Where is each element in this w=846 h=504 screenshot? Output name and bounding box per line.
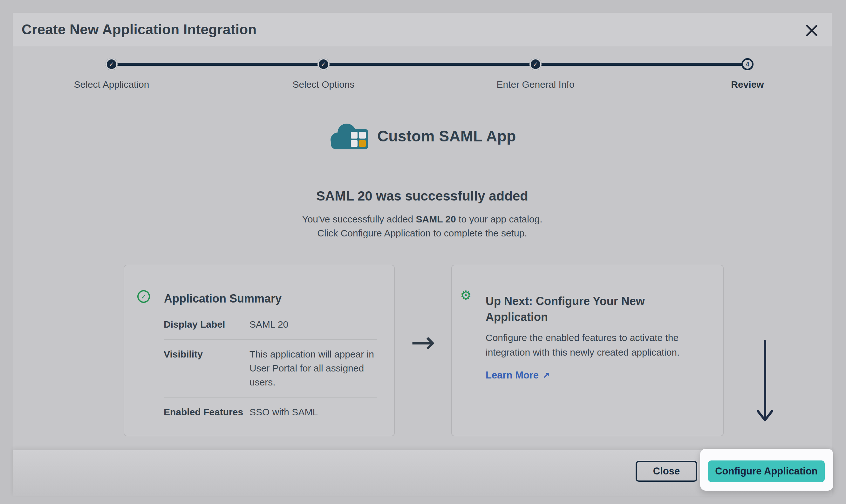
table-row: Display Label SAML 20 <box>164 310 377 339</box>
stepper-track <box>111 63 748 66</box>
step-complete-icon: ✓ <box>529 58 542 70</box>
summary-card-title: Application Summary <box>164 292 282 305</box>
external-link-icon: ↗ <box>542 371 550 380</box>
configure-application-button[interactable]: Configure Application <box>708 461 825 482</box>
step-current-icon: 4 <box>741 58 754 70</box>
row-label: Display Label <box>164 318 250 331</box>
check-glyph: ✓ <box>141 293 146 301</box>
step-label: Select Options <box>257 79 390 90</box>
row-value: This application will appear in User Por… <box>250 347 377 389</box>
check-icon: ✓ <box>533 60 538 68</box>
up-next-card-title: Up Next: Configure Your New Application <box>486 293 676 325</box>
down-arrow-annotation <box>754 340 776 432</box>
check-icon: ✓ <box>321 60 326 68</box>
check-circle-icon: ✓ <box>137 290 150 303</box>
app-logo-text: Custom SAML App <box>377 127 516 145</box>
table-row: Enabled Features SSO with SAML <box>164 397 377 427</box>
app-logo: Custom SAML App <box>13 121 832 151</box>
summary-rows: Display Label SAML 20 Visibility This ap… <box>164 310 377 427</box>
dialog-title: Create New Application Integration <box>22 22 257 37</box>
step-label: Review <box>681 79 814 90</box>
table-row: Visibility This application will appear … <box>164 339 377 397</box>
dialog-header: Create New Application Integration <box>13 13 832 47</box>
application-summary-card: ✓ Application Summary Display Label SAML… <box>124 265 395 436</box>
close-x-glyph <box>806 24 818 37</box>
check-icon: ✓ <box>109 60 114 68</box>
step-label: Select Application <box>45 79 178 90</box>
success-line2: Click Configure Application to complete … <box>317 228 527 238</box>
gear-icon: ⚙ <box>460 289 472 302</box>
cloud-app-icon <box>328 121 370 151</box>
step-number: 4 <box>745 61 749 68</box>
step-select-options[interactable]: ✓ Select Options <box>257 58 390 90</box>
success-line1-appname: SAML 20 <box>416 214 456 224</box>
step-select-application[interactable]: ✓ Select Application <box>45 58 178 90</box>
step-complete-icon: ✓ <box>106 58 118 70</box>
success-body: You've successfully added SAML 20 to you… <box>13 212 832 240</box>
step-complete-icon: ✓ <box>318 58 329 70</box>
step-label: Enter General Info <box>469 79 602 90</box>
close-icon[interactable] <box>802 20 822 41</box>
create-app-dialog: Create New Application Integration ✓ Sel… <box>13 13 832 496</box>
row-value: SAML 20 <box>250 318 288 331</box>
success-line1-suffix: to your app catalog. <box>456 214 542 224</box>
success-line1-prefix: You've successfully added <box>302 214 416 224</box>
row-value: SSO with SAML <box>250 405 318 419</box>
arrow-right-icon: → <box>402 327 444 358</box>
learn-more-label: Learn More <box>486 370 539 381</box>
row-label: Visibility <box>164 347 250 389</box>
success-heading: SAML 20 was successfully added <box>13 188 832 204</box>
step-review[interactable]: 4 Review <box>681 58 814 90</box>
step-enter-general-info[interactable]: ✓ Enter General Info <box>469 58 602 90</box>
row-label: Enabled Features <box>164 405 250 419</box>
up-next-card: ⚙ Up Next: Configure Your New Applicatio… <box>451 265 724 436</box>
learn-more-link[interactable]: Learn More ↗ <box>486 370 550 381</box>
up-next-card-body: Configure the enabled features to activa… <box>486 330 705 360</box>
spotlight-highlight: Configure Application <box>700 449 833 491</box>
close-button[interactable]: Close <box>636 461 697 482</box>
